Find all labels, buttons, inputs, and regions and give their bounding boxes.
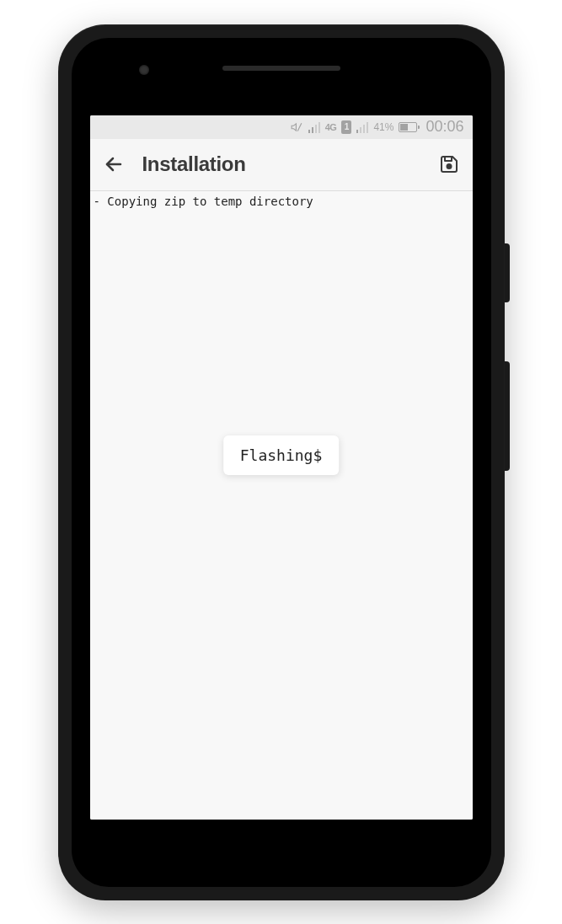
svg-rect-1 [308,130,310,133]
save-icon [439,154,459,174]
signal-icon [308,121,320,133]
svg-rect-7 [363,125,365,133]
phone-side-button-2 [505,361,510,471]
status-clock: 00:06 [426,118,463,136]
screen: 4G 1 41% 00:06 [90,115,473,820]
svg-rect-10 [445,157,452,161]
network-label: 4G [325,122,337,132]
phone-sensor-pill [258,93,305,104]
battery-icon [399,122,417,132]
content-area: - Copying zip to temp directory Flashing… [90,191,473,820]
phone-side-button-1 [505,243,510,302]
svg-rect-6 [360,127,361,133]
back-button[interactable] [102,152,126,176]
battery-fill [400,124,407,131]
phone-speaker [222,66,340,71]
toast-text: Flashing$ [240,446,323,464]
arrow-left-icon [104,154,124,174]
svg-rect-4 [318,122,320,133]
sim-icon: 1 [341,120,351,134]
svg-point-11 [447,164,451,168]
svg-rect-3 [315,125,317,133]
log-line: - Copying zip to temp directory [90,191,473,208]
status-bar: 4G 1 41% 00:06 [90,115,473,139]
phone-frame: 4G 1 41% 00:06 [58,24,505,900]
svg-rect-8 [367,122,368,133]
svg-line-0 [297,123,302,131]
svg-rect-2 [312,127,313,133]
phone-camera [139,65,149,75]
phone-bezel: 4G 1 41% 00:06 [72,38,491,887]
page-title: Installation [142,152,420,176]
signal-icon-2 [356,121,368,133]
sim-number: 1 [345,122,350,131]
flashing-toast: Flashing$ [223,435,340,475]
mute-icon [290,121,303,133]
app-bar: Installation [90,139,473,191]
battery-percent: 41% [373,121,393,133]
save-button[interactable] [437,152,461,176]
svg-rect-5 [356,130,358,133]
